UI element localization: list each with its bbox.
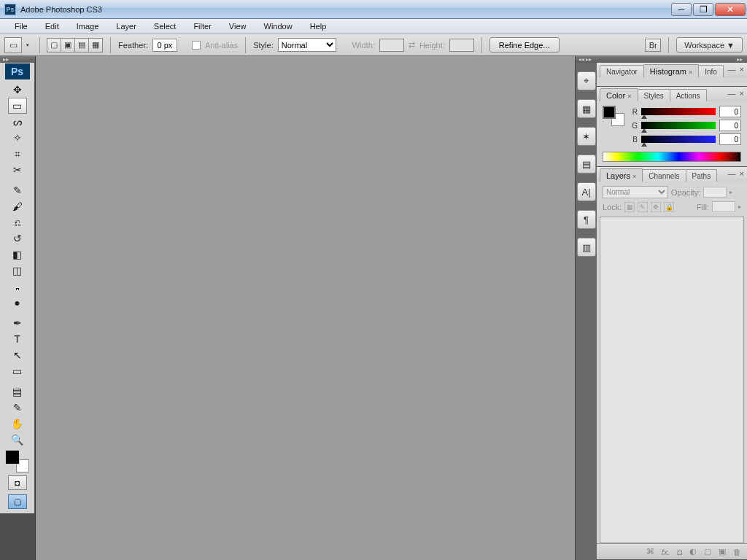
hand-tool[interactable]: ✋ [8, 416, 27, 432]
delete-layer-icon[interactable]: 🗑 [733, 548, 741, 556]
notes-tool[interactable]: ▤ [8, 384, 27, 400]
color-value-g[interactable] [719, 120, 741, 131]
pen-tool[interactable]: ✒ [8, 315, 27, 331]
color-slider-r[interactable] [641, 108, 716, 115]
dodge-tool[interactable]: ● [8, 295, 27, 311]
menu-image[interactable]: Image [68, 20, 108, 33]
panel-close-icon[interactable]: × [740, 89, 744, 98]
menu-select[interactable]: Select [145, 20, 185, 33]
new-layer-icon[interactable]: ▣ [719, 547, 726, 556]
maximize-button[interactable]: ❐ [693, 3, 713, 16]
menu-help[interactable]: Help [301, 20, 336, 33]
tab-color[interactable]: Color× [600, 88, 638, 101]
new-group-icon[interactable]: ▢ [704, 547, 711, 556]
history-brush-tool[interactable]: ↺ [8, 230, 27, 246]
eyedropper-tool[interactable]: ✎ [8, 400, 27, 416]
close-icon[interactable]: × [627, 93, 631, 100]
new-selection-button[interactable]: ▢ [47, 38, 61, 52]
color-value-r[interactable] [719, 106, 741, 117]
panel-close-icon[interactable]: × [740, 169, 744, 178]
menu-filter[interactable]: Filter [185, 20, 220, 33]
foreground-color-swatch[interactable] [6, 451, 19, 464]
close-button[interactable]: ✕ [715, 3, 746, 16]
navigator-dock-icon[interactable]: ⌖ [577, 71, 596, 90]
subtract-selection-button[interactable]: ▤ [74, 38, 89, 52]
tab-layers[interactable]: Layers× [600, 168, 643, 182]
spectrum-ramp[interactable] [603, 152, 741, 162]
panel-minimize-icon[interactable]: — [728, 65, 736, 74]
color-slider-b[interactable] [641, 136, 716, 143]
workspace-button[interactable]: Workspace ▼ [676, 37, 743, 52]
zoom-tool[interactable]: 🔍 [8, 432, 27, 448]
swatches-dock-icon[interactable]: ▦ [577, 99, 596, 118]
gradient-tool[interactable]: ◫ [8, 262, 27, 279]
paragraph-dock-icon[interactable]: ¶ [577, 210, 596, 229]
panel-minimize-icon[interactable]: — [728, 169, 736, 178]
clone-stamp-tool[interactable]: ⎌ [8, 214, 27, 230]
brush-tool[interactable]: 🖌 [8, 198, 27, 214]
dock-drag-strip[interactable]: ◂◂ ▸▸ [576, 56, 597, 63]
dock-strip: ◂◂ ▸▸ ⌖▦✶▤A|¶▥ [575, 56, 597, 560]
brushes-dock-icon[interactable]: ✶ [577, 127, 596, 146]
tab-histogram[interactable]: Histogram× [643, 64, 699, 77]
tool-preset-dropdown-icon[interactable]: ▾ [26, 42, 32, 48]
layer-style-icon[interactable]: fx. [662, 548, 670, 556]
tab-paths[interactable]: Paths [686, 169, 718, 182]
add-selection-button[interactable]: ▣ [61, 38, 75, 52]
intersect-selection-button[interactable]: ▦ [88, 38, 103, 52]
color-value-b[interactable] [719, 133, 741, 145]
toolbox: Ps ✥▭ᔕ✧⌗✂✎🖌⎌↺◧◫᎔●✒T↖▭▤✎✋🔍 ◘ ▢ [0, 63, 35, 513]
character-dock-icon[interactable]: A| [577, 182, 596, 201]
minimize-button[interactable]: ─ [671, 3, 692, 16]
type-tool[interactable]: T [8, 331, 27, 347]
fg-mini-swatch[interactable] [603, 106, 616, 119]
tab-actions[interactable]: Actions [670, 89, 707, 101]
feather-input[interactable] [152, 39, 177, 52]
lasso-tool[interactable]: ᔕ [8, 114, 27, 130]
panel-close-icon[interactable]: × [740, 65, 744, 74]
panel-minimize-icon[interactable]: — [728, 89, 736, 98]
style-select[interactable]: Normal [278, 38, 336, 52]
menu-window[interactable]: Window [255, 20, 301, 33]
panels-drag-strip[interactable]: ▸▸ [597, 56, 747, 63]
tool-preset-picker[interactable]: ▭ [4, 37, 22, 53]
title-bar: Ps Adobe Photoshop CS3 ─ ❐ ✕ [0, 0, 747, 19]
height-input [449, 39, 474, 52]
color-swatches[interactable] [6, 451, 29, 472]
healing-brush-tool[interactable]: ✎ [8, 182, 27, 198]
adjustment-layer-icon[interactable]: ◐ [689, 547, 697, 556]
path-selection-tool[interactable]: ↖ [8, 347, 27, 363]
magic-wand-tool[interactable]: ✧ [8, 130, 27, 146]
tab-navigator[interactable]: Navigator [600, 65, 644, 77]
layer-mask-icon[interactable]: ◘ [677, 548, 682, 556]
tab-channels[interactable]: Channels [642, 169, 686, 182]
menu-layer[interactable]: Layer [107, 20, 145, 33]
menu-view[interactable]: View [220, 20, 255, 33]
canvas-area[interactable] [35, 56, 575, 560]
eraser-tool[interactable]: ◧ [8, 246, 27, 262]
bridge-icon[interactable]: Br [645, 39, 661, 52]
quick-mask-button[interactable]: ◘ [8, 475, 27, 490]
refine-edge-button[interactable]: Refine Edge... [489, 37, 560, 52]
close-icon[interactable]: × [689, 69, 692, 76]
actions-dock-icon[interactable]: ▥ [577, 238, 596, 257]
shape-tool[interactable]: ▭ [8, 363, 27, 379]
tab-styles[interactable]: Styles [638, 89, 670, 101]
menu-edit[interactable]: Edit [36, 20, 68, 33]
move-tool[interactable]: ✥ [8, 82, 27, 98]
close-icon[interactable]: × [632, 173, 636, 180]
color-mini-swatches[interactable] [603, 106, 624, 126]
tab-info[interactable]: Info [698, 65, 724, 77]
color-slider-g[interactable] [641, 122, 716, 129]
toolbox-drag-strip[interactable]: ▸▸ [0, 56, 35, 63]
lock-pixels-icon: ✎ [638, 202, 648, 212]
crop-tool[interactable]: ⌗ [8, 146, 27, 162]
layers-list[interactable] [600, 217, 744, 543]
screen-mode-button[interactable]: ▢ [8, 494, 27, 509]
blur-tool[interactable]: ᎔ [8, 279, 27, 295]
link-layers-icon[interactable]: ⌘ [646, 547, 654, 556]
marquee-tool[interactable]: ▭ [8, 98, 27, 114]
menu-file[interactable]: File [6, 20, 36, 33]
slice-tool[interactable]: ✂ [8, 162, 27, 178]
layer-comps-dock-icon[interactable]: ▤ [577, 155, 596, 174]
